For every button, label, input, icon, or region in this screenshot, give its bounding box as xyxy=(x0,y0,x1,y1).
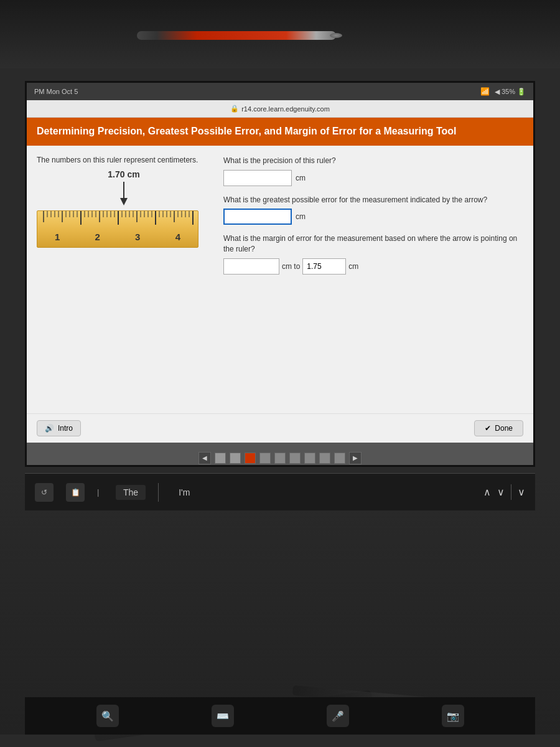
question-1-input-row: cm xyxy=(223,170,523,186)
chevron-down-double-icon[interactable]: ∨ xyxy=(518,486,525,498)
url-text: r14.core.learn.edgenuity.com xyxy=(241,105,330,113)
margin-start-input[interactable] xyxy=(223,258,279,275)
mic-button[interactable]: 🎤 xyxy=(327,705,349,727)
ruler-num-3: 3 xyxy=(135,232,140,242)
taskbar: ↺ 📋 | The I'm ∧ ∨ ∨ xyxy=(25,473,535,510)
nav-dot-4[interactable] xyxy=(259,453,271,464)
intro-button[interactable]: 🔊 Intro xyxy=(37,420,81,436)
page-title: Determining Precision, Greatest Possible… xyxy=(37,125,523,138)
battery-display: ◀ 35% 🔋 xyxy=(495,88,526,96)
ruler-wrapper: 1 2 3 4 xyxy=(37,210,211,248)
greatest-error-input[interactable] xyxy=(223,209,292,225)
nav-dot-6[interactable] xyxy=(289,453,301,464)
question-3-input-row: cm to cm xyxy=(223,258,523,275)
done-label: Done xyxy=(495,424,513,433)
precision-unit: cm xyxy=(296,174,306,182)
question-2-text: What is the greatest possible error for … xyxy=(223,195,523,205)
question-1-text: What is the precision of this ruler? xyxy=(223,156,523,166)
greatest-error-unit: cm xyxy=(296,212,306,221)
margin-to-label: cm to xyxy=(282,262,300,271)
down-arrow-icon xyxy=(108,182,139,207)
nav-dot-1[interactable] xyxy=(215,453,226,464)
page-header: Determining Precision, Greatest Possible… xyxy=(27,118,533,146)
screen: PM Mon Oct 5 📶 ◀ 35% 🔋 🔒 r14.core.learn.… xyxy=(25,81,535,467)
taskbar-right-divider xyxy=(511,484,511,500)
suggestion-divider xyxy=(158,483,159,502)
status-bar: PM Mon Oct 5 📶 ◀ 35% 🔋 xyxy=(27,83,533,100)
wifi-icon: 📶 xyxy=(480,87,490,96)
taskbar-right: ∧ ∨ ∨ xyxy=(483,484,525,500)
main-panel: The numbers on this ruler represent cent… xyxy=(27,146,533,413)
question-1-block: What is the precision of this ruler? cm xyxy=(223,156,523,186)
prev-arrow[interactable]: ◀ xyxy=(198,452,211,464)
url-bar[interactable]: 🔒 r14.core.learn.edgenuity.com xyxy=(27,100,533,118)
nav-dot-3[interactable] xyxy=(245,453,256,464)
nav-dot-7[interactable] xyxy=(304,453,315,464)
margin-end-input[interactable] xyxy=(302,258,346,275)
chevron-down-icon[interactable]: ∨ xyxy=(497,486,505,498)
ruler: 1 2 3 4 xyxy=(37,210,198,248)
measurement-label: 1.70 cm xyxy=(37,169,211,179)
keyboard-button[interactable]: ⌨️ xyxy=(212,705,234,727)
word-suggestion-im[interactable]: I'm xyxy=(171,485,197,500)
ruler-num-4: 4 xyxy=(175,232,180,242)
right-side: What is the precision of this ruler? cm … xyxy=(223,156,523,403)
navigation-strip: ◀ ▶ xyxy=(27,443,533,467)
done-button[interactable]: ✔ Done xyxy=(474,420,523,436)
word-suggestion-the[interactable]: The xyxy=(116,485,146,500)
nav-dot-8[interactable] xyxy=(319,453,330,464)
time-display: PM Mon Oct 5 xyxy=(34,88,78,95)
ruler-description: The numbers on this ruler represent cent… xyxy=(37,156,211,164)
bottom-taskbar: 🔍 ⌨️ 🎤 📷 xyxy=(25,697,535,735)
question-2-input-row: cm xyxy=(223,209,523,225)
arrow-container xyxy=(37,182,211,209)
question-3-text: What is the margin of error for the meas… xyxy=(223,233,523,255)
chevron-up-icon[interactable]: ∧ xyxy=(483,486,491,498)
checkmark-icon: ✔ xyxy=(485,424,491,433)
camera-button[interactable]: 📷 xyxy=(442,705,464,727)
speaker-icon: 🔊 xyxy=(45,424,54,433)
precision-input[interactable] xyxy=(223,170,292,186)
nav-dot-9[interactable] xyxy=(334,453,345,464)
ruler-num-1: 1 xyxy=(55,232,60,242)
nav-dot-5[interactable] xyxy=(274,453,286,464)
keyboard-area xyxy=(31,535,529,722)
nav-dot-2[interactable] xyxy=(230,453,241,464)
margin-end-unit: cm xyxy=(348,262,358,271)
ruler-num-2: 2 xyxy=(95,232,100,242)
question-2-block: What is the greatest possible error for … xyxy=(223,195,523,225)
back-button[interactable]: ↺ xyxy=(35,483,54,502)
lock-icon: 🔒 xyxy=(230,105,239,113)
next-arrow[interactable]: ▶ xyxy=(349,452,362,464)
intro-label: Intro xyxy=(58,424,73,433)
search-button[interactable]: 🔍 xyxy=(96,705,119,727)
question-3-block: What is the margin of error for the meas… xyxy=(223,233,523,275)
svg-marker-1 xyxy=(120,198,128,205)
clipboard-icon: 📋 xyxy=(66,483,85,502)
bottom-bar: 🔊 Intro ✔ Done xyxy=(27,413,533,443)
cursor-position: | xyxy=(97,487,103,497)
left-side: The numbers on this ruler represent cent… xyxy=(37,156,211,403)
